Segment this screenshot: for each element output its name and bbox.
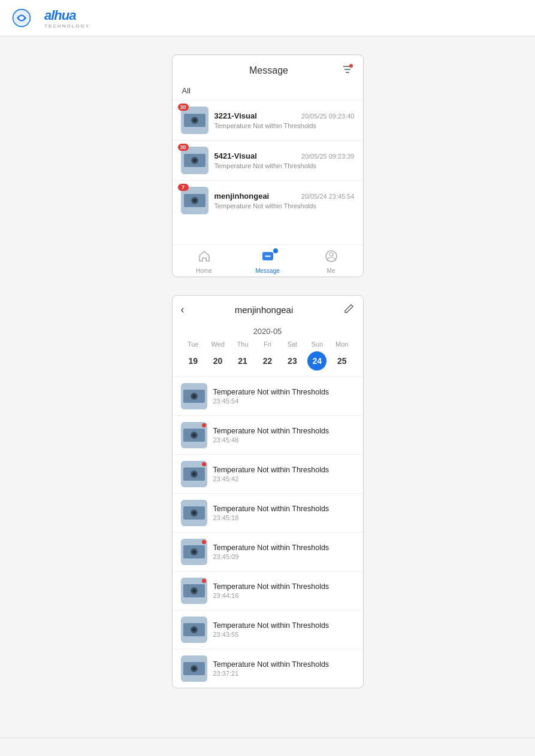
nav-home[interactable]: Home bbox=[173, 250, 236, 274]
page-header: alhua TECHNOLOGY bbox=[0, 0, 535, 37]
event-alert-dot bbox=[202, 462, 206, 466]
event-item[interactable]: Temperature Not within Thresholds 23:45:… bbox=[173, 454, 363, 493]
event-item[interactable]: Temperature Not within Thresholds 23:45:… bbox=[173, 493, 363, 532]
event-title: Temperature Not within Thresholds bbox=[213, 544, 330, 552]
event-time: 23:44:16 bbox=[213, 592, 330, 599]
home-icon bbox=[198, 250, 211, 266]
day-name: Wed bbox=[208, 341, 228, 348]
event-thumbnail bbox=[181, 383, 207, 409]
svg-point-42 bbox=[192, 550, 196, 554]
message-body: menjinhongeai 20/05/24 23:45:54 Temperat… bbox=[214, 192, 355, 210]
message-body: 5421-Visual 20/05/25 09:23:39 Temperatur… bbox=[214, 151, 355, 169]
calendar-date[interactable]: 23 bbox=[283, 351, 302, 371]
unread-badge: 30 bbox=[178, 144, 189, 151]
event-title: Temperature Not within Thresholds bbox=[213, 582, 330, 591]
message-item[interactable]: 7 menjinhongeai 20/05/24 23:45:54 Temper… bbox=[173, 180, 363, 220]
day-name: Thu bbox=[233, 341, 252, 348]
event-time: 23:45:42 bbox=[213, 475, 330, 482]
event-time: 23:37:21 bbox=[213, 670, 330, 677]
message-title: Message bbox=[197, 65, 341, 76]
calendar-date[interactable]: 21 bbox=[233, 351, 252, 371]
thumb-container: 7 bbox=[181, 187, 208, 214]
message-top-row: menjinhongeai 20/05/24 23:45:54 bbox=[214, 192, 355, 201]
message-item[interactable]: 30 5421-Visual 20/05/25 09:23:39 Tempera… bbox=[173, 140, 363, 180]
svg-point-34 bbox=[192, 472, 196, 476]
event-body: Temperature Not within Thresholds 23:43:… bbox=[213, 621, 330, 638]
empty-space bbox=[173, 220, 363, 244]
event-body: Temperature Not within Thresholds 23:45:… bbox=[213, 427, 330, 444]
footer-divider bbox=[0, 737, 535, 738]
event-thumbnail bbox=[181, 539, 207, 565]
calendar-date[interactable]: 22 bbox=[258, 351, 277, 371]
nav-message[interactable]: Message bbox=[236, 250, 300, 274]
message-time: 20/05/25 09:23:40 bbox=[301, 113, 355, 120]
message-notification-dot bbox=[273, 248, 278, 253]
svg-point-38 bbox=[192, 511, 196, 515]
logo-subtitle: TECHNOLOGY bbox=[44, 23, 90, 29]
event-item[interactable]: Temperature Not within Thresholds 23:43:… bbox=[173, 610, 363, 649]
edit-icon[interactable] bbox=[344, 303, 355, 316]
message-sender: 5421-Visual bbox=[214, 151, 257, 160]
calendar-day-headers: Tue Wed Thu Fri Sat Sun Mon bbox=[181, 341, 355, 348]
event-title: Temperature Not within Thresholds bbox=[213, 388, 330, 396]
me-icon bbox=[325, 250, 338, 266]
event-time: 23:45:18 bbox=[213, 514, 330, 521]
day-name: Fri bbox=[258, 341, 277, 348]
event-item[interactable]: Temperature Not within Thresholds 23:45:… bbox=[173, 532, 363, 571]
svg-point-12 bbox=[193, 159, 197, 162]
message-sender: 3221-Visual bbox=[214, 111, 257, 120]
svg-point-20 bbox=[268, 256, 270, 257]
svg-point-46 bbox=[192, 589, 196, 593]
logo-text: alhua TECHNOLOGY bbox=[44, 8, 90, 29]
svg-point-18 bbox=[265, 256, 267, 257]
event-thumbnail bbox=[181, 617, 207, 643]
unread-badge: 30 bbox=[178, 104, 189, 111]
filter-icon[interactable] bbox=[341, 63, 353, 78]
nav-me[interactable]: Me bbox=[300, 250, 363, 274]
event-title: Temperature Not within Thresholds bbox=[213, 505, 330, 513]
logo: alhua TECHNOLOGY bbox=[12, 7, 90, 29]
event-title: Temperature Not within Thresholds bbox=[213, 427, 330, 435]
message-time: 20/05/25 09:23:39 bbox=[301, 153, 355, 160]
nav-home-label: Home bbox=[196, 268, 212, 274]
event-body: Temperature Not within Thresholds 23:45:… bbox=[213, 388, 330, 405]
event-body: Temperature Not within Thresholds 23:45:… bbox=[213, 505, 330, 521]
event-title: Temperature Not within Thresholds bbox=[213, 466, 330, 474]
calendar-dates: 19 20 21 22 23 24 25 bbox=[181, 351, 355, 371]
unread-badge: 7 bbox=[178, 184, 189, 191]
message-header: Message bbox=[173, 55, 363, 84]
svg-point-50 bbox=[192, 628, 196, 631]
logo-brand: alhua bbox=[44, 8, 90, 23]
event-alert-dot bbox=[202, 423, 206, 427]
svg-point-8 bbox=[193, 119, 197, 122]
message-top-row: 5421-Visual 20/05/25 09:23:39 bbox=[214, 151, 355, 160]
message-screen: Message All bbox=[172, 54, 364, 277]
event-thumbnail bbox=[181, 461, 207, 487]
calendar: 2020-05 Tue Wed Thu Fri Sat Sun Mon 19 2… bbox=[173, 323, 363, 377]
event-item[interactable]: Temperature Not within Thresholds 23:37:… bbox=[173, 649, 363, 688]
message-item[interactable]: 30 3221-Visual 20/05/25 09:23:40 Tempera… bbox=[173, 100, 363, 140]
event-alert-dot bbox=[202, 540, 206, 544]
event-title: Temperature Not within Thresholds bbox=[213, 660, 330, 669]
thumb-container: 30 bbox=[181, 147, 208, 174]
day-name: Sat bbox=[283, 341, 302, 348]
calendar-date[interactable]: 19 bbox=[183, 351, 202, 371]
event-item[interactable]: Temperature Not within Thresholds 23:45:… bbox=[173, 415, 363, 454]
calendar-date-active[interactable]: 24 bbox=[307, 351, 327, 371]
event-thumbnail bbox=[181, 578, 207, 604]
event-time: 23:45:54 bbox=[213, 397, 330, 405]
event-item[interactable]: Temperature Not within Thresholds 23:45:… bbox=[173, 377, 363, 415]
event-thumbnail bbox=[181, 500, 207, 526]
message-top-row: 3221-Visual 20/05/25 09:23:40 bbox=[214, 111, 355, 120]
calendar-date[interactable]: 25 bbox=[333, 351, 352, 371]
event-alert-dot bbox=[202, 579, 206, 583]
event-time: 23:45:48 bbox=[213, 436, 330, 444]
event-body: Temperature Not within Thresholds 23:37:… bbox=[213, 660, 330, 677]
message-sender: menjinhongeai bbox=[214, 192, 270, 201]
event-body: Temperature Not within Thresholds 23:44:… bbox=[213, 582, 330, 599]
nav-message-label: Message bbox=[255, 268, 280, 274]
event-item[interactable]: Temperature Not within Thresholds 23:44:… bbox=[173, 571, 363, 610]
message-time: 20/05/24 23:45:54 bbox=[301, 193, 355, 200]
calendar-date[interactable]: 20 bbox=[208, 351, 228, 371]
event-body: Temperature Not within Thresholds 23:45:… bbox=[213, 466, 330, 482]
